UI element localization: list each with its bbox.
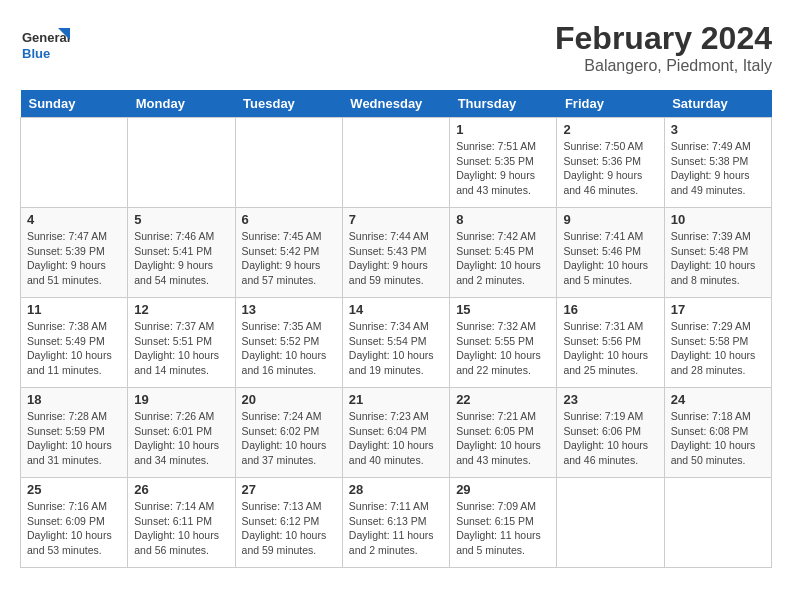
day-number: 13 — [242, 302, 336, 317]
calendar-week-5: 25Sunrise: 7:16 AM Sunset: 6:09 PM Dayli… — [21, 478, 772, 568]
day-number: 3 — [671, 122, 765, 137]
calendar-cell: 13Sunrise: 7:35 AM Sunset: 5:52 PM Dayli… — [235, 298, 342, 388]
weekday-header-thursday: Thursday — [450, 90, 557, 118]
day-info: Sunrise: 7:13 AM Sunset: 6:12 PM Dayligh… — [242, 499, 336, 558]
calendar-cell — [664, 478, 771, 568]
day-number: 24 — [671, 392, 765, 407]
calendar-cell: 6Sunrise: 7:45 AM Sunset: 5:42 PM Daylig… — [235, 208, 342, 298]
title-area: February 2024 Balangero, Piedmont, Italy — [555, 20, 772, 75]
day-info: Sunrise: 7:45 AM Sunset: 5:42 PM Dayligh… — [242, 229, 336, 288]
page-title: February 2024 — [555, 20, 772, 57]
day-info: Sunrise: 7:42 AM Sunset: 5:45 PM Dayligh… — [456, 229, 550, 288]
day-number: 19 — [134, 392, 228, 407]
svg-text:Blue: Blue — [22, 46, 50, 61]
calendar-cell: 23Sunrise: 7:19 AM Sunset: 6:06 PM Dayli… — [557, 388, 664, 478]
calendar-cell — [21, 118, 128, 208]
day-info: Sunrise: 7:41 AM Sunset: 5:46 PM Dayligh… — [563, 229, 657, 288]
day-number: 29 — [456, 482, 550, 497]
day-number: 9 — [563, 212, 657, 227]
calendar-cell — [235, 118, 342, 208]
day-info: Sunrise: 7:47 AM Sunset: 5:39 PM Dayligh… — [27, 229, 121, 288]
day-info: Sunrise: 7:49 AM Sunset: 5:38 PM Dayligh… — [671, 139, 765, 198]
day-number: 7 — [349, 212, 443, 227]
weekday-header-tuesday: Tuesday — [235, 90, 342, 118]
day-number: 21 — [349, 392, 443, 407]
calendar-cell: 20Sunrise: 7:24 AM Sunset: 6:02 PM Dayli… — [235, 388, 342, 478]
calendar-cell: 11Sunrise: 7:38 AM Sunset: 5:49 PM Dayli… — [21, 298, 128, 388]
day-number: 27 — [242, 482, 336, 497]
calendar-cell: 16Sunrise: 7:31 AM Sunset: 5:56 PM Dayli… — [557, 298, 664, 388]
day-number: 18 — [27, 392, 121, 407]
day-info: Sunrise: 7:50 AM Sunset: 5:36 PM Dayligh… — [563, 139, 657, 198]
calendar-table: SundayMondayTuesdayWednesdayThursdayFrid… — [20, 90, 772, 568]
logo-icon: General Blue — [20, 20, 70, 70]
calendar-cell: 17Sunrise: 7:29 AM Sunset: 5:58 PM Dayli… — [664, 298, 771, 388]
day-info: Sunrise: 7:21 AM Sunset: 6:05 PM Dayligh… — [456, 409, 550, 468]
day-info: Sunrise: 7:35 AM Sunset: 5:52 PM Dayligh… — [242, 319, 336, 378]
day-number: 1 — [456, 122, 550, 137]
logo: General Blue — [20, 20, 70, 70]
day-number: 14 — [349, 302, 443, 317]
calendar-cell: 3Sunrise: 7:49 AM Sunset: 5:38 PM Daylig… — [664, 118, 771, 208]
calendar-cell: 2Sunrise: 7:50 AM Sunset: 5:36 PM Daylig… — [557, 118, 664, 208]
day-info: Sunrise: 7:51 AM Sunset: 5:35 PM Dayligh… — [456, 139, 550, 198]
day-info: Sunrise: 7:46 AM Sunset: 5:41 PM Dayligh… — [134, 229, 228, 288]
calendar-cell: 26Sunrise: 7:14 AM Sunset: 6:11 PM Dayli… — [128, 478, 235, 568]
day-number: 16 — [563, 302, 657, 317]
calendar-cell — [342, 118, 449, 208]
day-number: 25 — [27, 482, 121, 497]
calendar-cell: 22Sunrise: 7:21 AM Sunset: 6:05 PM Dayli… — [450, 388, 557, 478]
day-number: 5 — [134, 212, 228, 227]
calendar-cell: 4Sunrise: 7:47 AM Sunset: 5:39 PM Daylig… — [21, 208, 128, 298]
calendar-cell: 27Sunrise: 7:13 AM Sunset: 6:12 PM Dayli… — [235, 478, 342, 568]
day-number: 6 — [242, 212, 336, 227]
calendar-cell: 25Sunrise: 7:16 AM Sunset: 6:09 PM Dayli… — [21, 478, 128, 568]
calendar-cell: 19Sunrise: 7:26 AM Sunset: 6:01 PM Dayli… — [128, 388, 235, 478]
calendar-cell — [128, 118, 235, 208]
day-info: Sunrise: 7:28 AM Sunset: 5:59 PM Dayligh… — [27, 409, 121, 468]
day-info: Sunrise: 7:37 AM Sunset: 5:51 PM Dayligh… — [134, 319, 228, 378]
calendar-cell: 12Sunrise: 7:37 AM Sunset: 5:51 PM Dayli… — [128, 298, 235, 388]
calendar-week-3: 11Sunrise: 7:38 AM Sunset: 5:49 PM Dayli… — [21, 298, 772, 388]
day-number: 28 — [349, 482, 443, 497]
day-info: Sunrise: 7:23 AM Sunset: 6:04 PM Dayligh… — [349, 409, 443, 468]
weekday-header-sunday: Sunday — [21, 90, 128, 118]
day-info: Sunrise: 7:09 AM Sunset: 6:15 PM Dayligh… — [456, 499, 550, 558]
weekday-header-wednesday: Wednesday — [342, 90, 449, 118]
day-number: 10 — [671, 212, 765, 227]
weekday-header-row: SundayMondayTuesdayWednesdayThursdayFrid… — [21, 90, 772, 118]
calendar-cell: 1Sunrise: 7:51 AM Sunset: 5:35 PM Daylig… — [450, 118, 557, 208]
day-info: Sunrise: 7:24 AM Sunset: 6:02 PM Dayligh… — [242, 409, 336, 468]
calendar-cell — [557, 478, 664, 568]
day-info: Sunrise: 7:16 AM Sunset: 6:09 PM Dayligh… — [27, 499, 121, 558]
day-info: Sunrise: 7:32 AM Sunset: 5:55 PM Dayligh… — [456, 319, 550, 378]
page-subtitle: Balangero, Piedmont, Italy — [555, 57, 772, 75]
day-number: 17 — [671, 302, 765, 317]
calendar-cell: 29Sunrise: 7:09 AM Sunset: 6:15 PM Dayli… — [450, 478, 557, 568]
day-number: 15 — [456, 302, 550, 317]
calendar-cell: 21Sunrise: 7:23 AM Sunset: 6:04 PM Dayli… — [342, 388, 449, 478]
day-info: Sunrise: 7:34 AM Sunset: 5:54 PM Dayligh… — [349, 319, 443, 378]
day-number: 2 — [563, 122, 657, 137]
calendar-cell: 24Sunrise: 7:18 AM Sunset: 6:08 PM Dayli… — [664, 388, 771, 478]
weekday-header-friday: Friday — [557, 90, 664, 118]
day-info: Sunrise: 7:39 AM Sunset: 5:48 PM Dayligh… — [671, 229, 765, 288]
day-info: Sunrise: 7:31 AM Sunset: 5:56 PM Dayligh… — [563, 319, 657, 378]
calendar-cell: 28Sunrise: 7:11 AM Sunset: 6:13 PM Dayli… — [342, 478, 449, 568]
day-number: 23 — [563, 392, 657, 407]
day-info: Sunrise: 7:44 AM Sunset: 5:43 PM Dayligh… — [349, 229, 443, 288]
day-info: Sunrise: 7:19 AM Sunset: 6:06 PM Dayligh… — [563, 409, 657, 468]
calendar-cell: 5Sunrise: 7:46 AM Sunset: 5:41 PM Daylig… — [128, 208, 235, 298]
calendar-cell: 18Sunrise: 7:28 AM Sunset: 5:59 PM Dayli… — [21, 388, 128, 478]
day-info: Sunrise: 7:29 AM Sunset: 5:58 PM Dayligh… — [671, 319, 765, 378]
calendar-cell: 9Sunrise: 7:41 AM Sunset: 5:46 PM Daylig… — [557, 208, 664, 298]
day-info: Sunrise: 7:11 AM Sunset: 6:13 PM Dayligh… — [349, 499, 443, 558]
calendar-cell: 7Sunrise: 7:44 AM Sunset: 5:43 PM Daylig… — [342, 208, 449, 298]
day-number: 4 — [27, 212, 121, 227]
day-number: 11 — [27, 302, 121, 317]
calendar-week-2: 4Sunrise: 7:47 AM Sunset: 5:39 PM Daylig… — [21, 208, 772, 298]
top-row: General Blue February 2024 Balangero, Pi… — [20, 20, 772, 80]
day-number: 20 — [242, 392, 336, 407]
calendar-cell: 10Sunrise: 7:39 AM Sunset: 5:48 PM Dayli… — [664, 208, 771, 298]
day-number: 22 — [456, 392, 550, 407]
